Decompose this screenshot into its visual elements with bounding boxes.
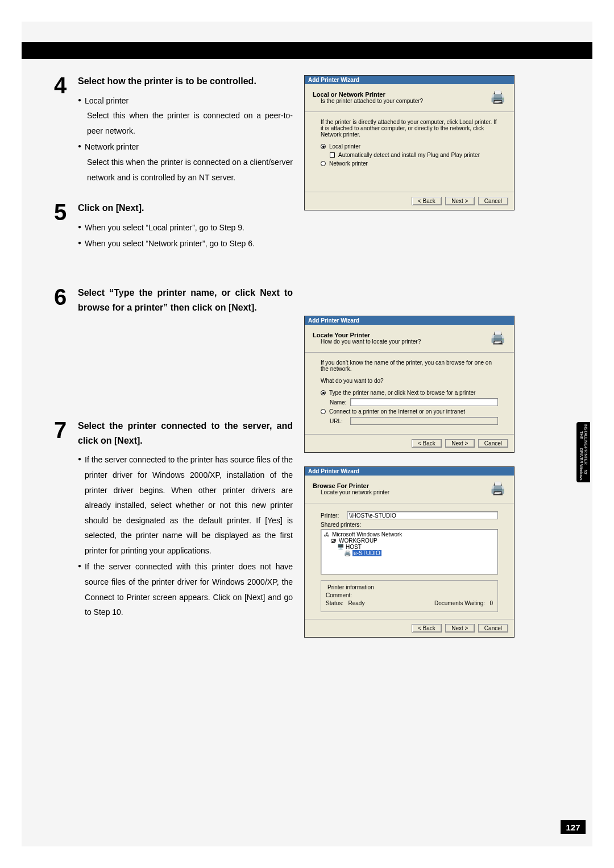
step-4: 4 Select how the printer is to be contro… (54, 74, 293, 185)
step-number: 5 (54, 201, 78, 251)
radio-network-printer[interactable]: Network printer (321, 160, 498, 167)
step-title: Select how the printer is to be controll… (78, 74, 293, 89)
tab-line: for Windows (579, 464, 587, 480)
bullet-text: If the server connected with this printe… (85, 559, 293, 619)
page-number: 127 (561, 820, 586, 834)
dialog-locate-printer: Add Printer Wizard Locate Your Printer H… (304, 316, 515, 453)
cancel-button[interactable]: Cancel (478, 624, 508, 633)
dialog-title: Add Printer Wizard (305, 467, 514, 476)
next-button[interactable]: Next > (445, 197, 475, 205)
chapter-tab: INSTALLING THE PRINTER DRIVER for Window… (576, 422, 590, 482)
network-icon: 🖧 (323, 531, 331, 538)
radio-icon (321, 161, 326, 166)
step-title: Click on [Next]. (78, 201, 293, 216)
dialog-header: Browse For Printer (313, 482, 369, 489)
dialog-instruction: If the printer is directly attached to y… (321, 119, 498, 138)
shared-label: Shared printers: (321, 522, 498, 528)
printer-icon: 🖨️ (489, 89, 506, 106)
dialog-header: Local or Network Printer (313, 91, 385, 98)
printer-field[interactable]: \\HOST\e-STUDIO (347, 511, 498, 519)
radio-icon (321, 390, 326, 395)
tree-item-selected[interactable]: e-STUDIO (352, 550, 381, 556)
next-button[interactable]: Next > (445, 624, 475, 633)
dialog-subheader: Locate your network printer (313, 489, 389, 495)
dialog-title: Add Printer Wizard (305, 76, 514, 84)
step-number: 6 (54, 286, 78, 319)
step-title: Select “Type the printer name, or click … (78, 286, 293, 315)
bullet-body: Select this when the printer is connecte… (78, 108, 293, 138)
name-label: Name: (330, 399, 350, 406)
radio-type-name[interactable]: Type the printer name, or click Next to … (321, 390, 498, 396)
dialog-subheader: Is the printer attached to your computer… (313, 98, 423, 104)
bullet-lead: Local printer (85, 93, 128, 109)
bullet-body: Select this when the printer is connecte… (78, 155, 293, 185)
workgroup-icon: 🖳 (330, 538, 338, 544)
dialog-header: Locate Your Printer (313, 332, 370, 338)
comment-label: Comment: (326, 592, 352, 598)
dialog-prompt: What do you want to do? (321, 378, 498, 384)
dialog-local-network: Add Printer Wizard Local or Network Prin… (304, 75, 515, 210)
step-5: 5 Click on [Next]. When you select “Loca… (54, 201, 293, 251)
printer-icon: 🖨️ (489, 329, 506, 346)
docs-value: 0 (489, 600, 493, 606)
back-button[interactable]: < Back (412, 439, 442, 448)
radio-local-printer[interactable]: Local printer (321, 143, 498, 150)
status-value: Ready (348, 600, 364, 606)
header-black-bar (22, 42, 592, 59)
dialog-subheader: How do you want to locate your printer? (313, 338, 421, 345)
radio-internet[interactable]: Connect to a printer on the Internet or … (321, 408, 498, 415)
tree-item[interactable]: Microsoft Windows Network (332, 531, 402, 538)
step-7: 7 Select the printer connected to the se… (54, 419, 293, 620)
status-label: Status: (326, 600, 343, 606)
host-icon: 🖥️ (337, 544, 345, 550)
radio-icon (321, 409, 326, 414)
step-number: 7 (54, 419, 78, 620)
checkbox-icon (330, 152, 335, 158)
printer-tree[interactable]: 🖧Microsoft Windows Network 🖳WORKGROUP 🖥️… (321, 529, 498, 574)
bullet-lead: Network printer (85, 139, 139, 155)
checkbox-auto-detect[interactable]: Automatically detect and install my Plug… (330, 152, 498, 158)
left-column: 4 Select how the printer is to be contro… (54, 74, 293, 636)
bullet-text: When you select “Local printer”, go to S… (85, 220, 244, 235)
next-button[interactable]: Next > (445, 439, 475, 448)
step-6: 6 Select “Type the printer name, or clic… (54, 286, 293, 319)
radio-icon (321, 144, 326, 149)
back-button[interactable]: < Back (412, 624, 442, 633)
printer-small-icon: 🖨️ (343, 550, 351, 556)
url-input[interactable] (350, 417, 498, 425)
dialog-browse-printer: Add Printer Wizard Browse For Printer Lo… (304, 466, 515, 638)
tree-item[interactable]: HOST (346, 544, 362, 550)
url-label: URL: (330, 418, 350, 424)
bullet-text: When you select “Network printer”, go to… (85, 236, 255, 251)
cancel-button[interactable]: Cancel (478, 197, 508, 205)
back-button[interactable]: < Back (412, 197, 442, 205)
printer-label: Printer: (321, 512, 345, 519)
printer-info-group: Printer information Comment: Status: Rea… (321, 580, 498, 612)
dialog-instruction: If you don't know the name of the printe… (321, 359, 498, 372)
dialog-title: Add Printer Wizard (305, 316, 514, 325)
step-title: Select the printer connected to the serv… (78, 419, 293, 448)
tab-line: INSTALLING THE (579, 424, 587, 447)
name-input[interactable] (350, 398, 498, 406)
docs-label: Documents Waiting: (434, 600, 485, 606)
tree-item[interactable]: WORKGROUP (339, 538, 377, 544)
step-number: 4 (54, 74, 78, 185)
cancel-button[interactable]: Cancel (478, 439, 508, 448)
tab-line: PRINTER DRIVER (579, 447, 587, 465)
bullet-text: If the server connected to the printer h… (85, 452, 293, 558)
printer-icon: 🖨️ (489, 480, 506, 497)
printer-info-title: Printer information (326, 584, 376, 590)
